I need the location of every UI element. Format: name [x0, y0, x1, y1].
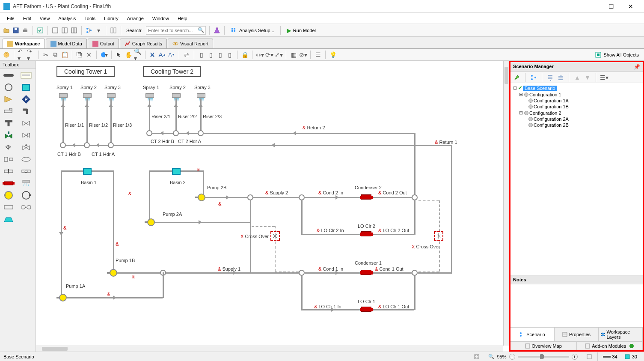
pipe-crossover-r-top[interactable] [439, 200, 440, 231]
tool-three-way[interactable] [2, 143, 15, 152]
menu-library[interactable]: Library [100, 15, 123, 22]
pipe-loclr1-out[interactable] [373, 309, 414, 310]
bulb-icon[interactable]: 💡 [329, 51, 337, 59]
menu-view[interactable]: View [36, 15, 54, 22]
pipe-crossover-l-bot[interactable] [275, 242, 276, 271]
pipe-return1-out[interactable] [418, 272, 452, 274]
zoom-in-button[interactable]: + [572, 354, 578, 360]
distribute-icon[interactable]: ▯ [226, 51, 234, 59]
pipe-cond-2-out[interactable] [373, 197, 412, 198]
tool-check-valve[interactable] [19, 131, 33, 140]
tool-pump[interactable] [2, 191, 15, 200]
pipe-loclr2-down[interactable] [301, 200, 303, 235]
open-icon[interactable] [3, 27, 10, 34]
loclr-1[interactable] [361, 307, 371, 312]
tool-assigned-flow[interactable] [2, 95, 15, 104]
tool-pipe[interactable] [2, 71, 15, 80]
minimize-button[interactable]: — [582, 0, 601, 13]
tool-annotation[interactable] [19, 71, 33, 80]
run-model-button[interactable]: ▶ Run Model [284, 27, 318, 34]
font-increase-icon[interactable]: A▲ [158, 51, 166, 59]
pipe-b2-down-l[interactable] [149, 170, 150, 222]
hand-icon[interactable]: ✋ [125, 51, 132, 59]
tree-row-base[interactable]: ⊟ ✔ Base Scenario [512, 85, 641, 91]
menu-file[interactable]: File [3, 15, 19, 22]
pipe-loclr1-up[interactable] [414, 276, 415, 310]
junction-ct1a[interactable] [108, 142, 114, 148]
pipe-crossover-l-feed[interactable] [250, 223, 251, 272]
spray-node-1b[interactable] [145, 93, 154, 98]
pump-2a[interactable] [147, 218, 155, 226]
undo-icon[interactable]: ↶ ▾ [18, 51, 25, 59]
save-icon[interactable] [12, 27, 20, 34]
junction-ct2b[interactable] [146, 130, 152, 136]
menu-help[interactable]: Help [173, 15, 192, 22]
condenser-2[interactable] [361, 194, 371, 200]
scenario-tree-icon[interactable] [530, 74, 537, 81]
tool-tee[interactable] [2, 119, 15, 128]
align-center-icon[interactable]: ▯ [207, 51, 215, 59]
tool-weir[interactable] [2, 215, 15, 224]
junction-cond1-out[interactable] [412, 270, 418, 276]
tab-output[interactable]: Output [88, 39, 119, 48]
pipe-return-1-v[interactable] [451, 145, 452, 273]
close-button[interactable]: ✕ [621, 0, 641, 13]
loclr-2[interactable] [361, 231, 371, 236]
pipe-loclr2-out[interactable] [373, 234, 414, 235]
scenario-options-icon[interactable]: ☰▾ [600, 74, 608, 81]
pipe-b1-r[interactable] [92, 170, 114, 172]
expand-all-icon[interactable] [546, 74, 554, 81]
tool-tank[interactable] [19, 83, 33, 92]
layout1-icon[interactable] [51, 27, 59, 34]
zoom-to-100-icon[interactable] [586, 354, 592, 360]
label-cooling-tower-1[interactable]: Cooling Tower 1 [56, 66, 115, 77]
tool-area-change[interactable] [2, 155, 15, 164]
tree-row-config1[interactable]: ⊟ Configuration 1 [512, 91, 641, 98]
swap-icon[interactable]: ⇄ [183, 51, 190, 59]
tab-scenario[interactable]: Scenario [510, 328, 555, 341]
print-icon[interactable] [21, 27, 29, 34]
tab-graph-results[interactable]: Graph Results [120, 39, 167, 48]
pipe-loclr2-in[interactable] [301, 234, 361, 235]
basin-1[interactable] [83, 168, 92, 175]
help-bubble-icon[interactable]: ? [3, 51, 10, 59]
tab-properties[interactable]: Properties [555, 328, 599, 341]
tool-bend[interactable] [19, 155, 33, 164]
tree-row-config1a[interactable]: Configuration 1A [512, 98, 641, 104]
expand-icon[interactable]: ⊟ [512, 85, 517, 91]
tool-spray[interactable] [19, 179, 33, 188]
pipe-crossover-r-bot[interactable] [439, 242, 440, 271]
junction-ct1m[interactable] [84, 142, 90, 148]
basin-2[interactable] [172, 168, 181, 175]
layout2-icon[interactable] [61, 27, 68, 34]
junction-ct2m[interactable] [173, 130, 179, 136]
tool-venturi[interactable] [19, 203, 33, 212]
flip-h-icon[interactable]: ⇿▾ [256, 51, 264, 59]
menu-edit[interactable]: Edit [19, 15, 36, 22]
junction-supply2[interactable] [247, 194, 253, 200]
tool-assigned-pressure[interactable]: P [19, 95, 33, 104]
tree-row-config2a[interactable]: Configuration 2A [512, 116, 641, 122]
show-all-objects-button[interactable]: Show All Objects [592, 51, 641, 58]
analysis-setup-button[interactable]: Analysis Setup... [228, 27, 277, 34]
rotate-icon[interactable]: ⟳▾ [265, 51, 273, 59]
scale-icon[interactable]: ⤢▾ [275, 51, 282, 59]
tree-row-config2b[interactable]: Configuration 2B [512, 122, 641, 128]
new-scenario-icon[interactable] [513, 74, 521, 81]
tree-row-config1b[interactable]: Configuration 1B [512, 104, 641, 110]
redo-icon[interactable]: ↷ ▾ [27, 51, 35, 59]
copy-icon[interactable]: ⧉ [51, 51, 59, 59]
menu-analysis[interactable]: Analysis [54, 15, 80, 22]
pipe-b1-l[interactable] [61, 170, 83, 172]
search-input[interactable] [146, 26, 206, 35]
grid-icon[interactable]: ▦ [290, 51, 297, 59]
tool-branch[interactable] [2, 107, 15, 116]
fit-icon[interactable] [474, 354, 480, 360]
junction-ct2a[interactable] [198, 130, 204, 136]
tab-workspace[interactable]: Workspace [3, 39, 45, 48]
menu-arrange[interactable]: Arrange [123, 15, 148, 22]
tool-reservoir[interactable] [2, 83, 15, 92]
tool-screen[interactable] [19, 167, 33, 176]
tab-overview-map[interactable]: Overview Map [510, 342, 577, 350]
spray-node-2b[interactable] [172, 93, 181, 98]
